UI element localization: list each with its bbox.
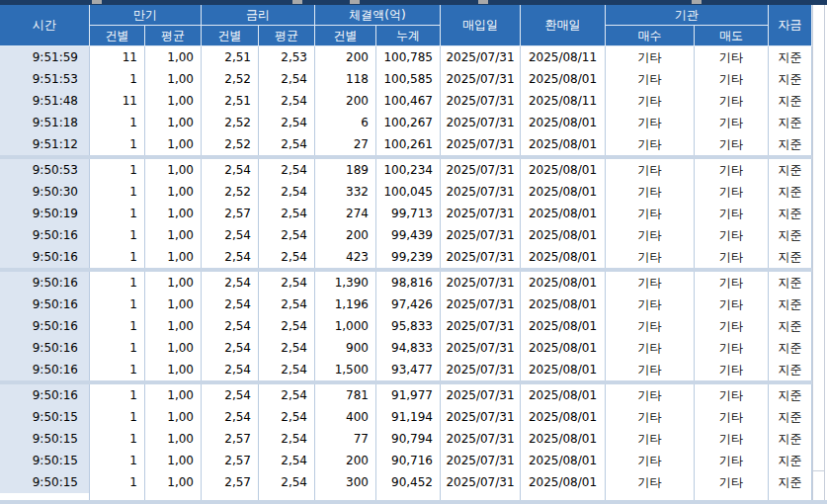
time-cell: 9:50:16 — [0, 224, 90, 246]
amount-count-cell: 1,000 — [315, 315, 376, 337]
repurchase-date-cell: 2025/08/11 — [521, 46, 606, 68]
amount-cumulative-cell: 100,267 — [376, 112, 441, 133]
rate-count-cell: 2,52 — [202, 133, 259, 155]
time-cell: 9:50:15 — [0, 471, 90, 493]
table-row[interactable]: 9:50:1511,002,572,5420090,7162025/07/312… — [0, 450, 812, 471]
institution-buy-cell: 기타 — [606, 428, 695, 450]
table-row[interactable]: 9:50:1611,002,542,541,50093,4772025/07/3… — [0, 359, 812, 380]
rate-avg-cell: 2,54 — [259, 337, 315, 359]
table-row[interactable]: 9:51:5311,002,522,54118100,5852025/07/31… — [0, 68, 812, 90]
amount-cumulative-cell: 100,785 — [376, 46, 441, 68]
time-cell: 9:50:53 — [0, 159, 90, 181]
institution-buy-cell: 기타 — [606, 294, 695, 315]
institution-sell-cell: 기타 — [695, 181, 769, 203]
col-subheader-rate-count: 건별 — [202, 26, 259, 46]
maturity-count-cell: 1 — [90, 315, 145, 337]
partial-row-cell — [259, 493, 315, 500]
maturity-count-cell: 1 — [90, 428, 145, 450]
table-row[interactable]: 9:50:1611,002,542,541,00095,8332025/07/3… — [0, 315, 812, 337]
purchase-date-cell: 2025/07/31 — [441, 315, 521, 337]
repurchase-date-cell: 2025/08/01 — [521, 159, 606, 181]
repurchase-date-cell: 2025/08/01 — [521, 337, 606, 359]
partial-row-cell — [441, 493, 521, 500]
institution-sell-cell: 기타 — [695, 112, 769, 133]
partial-row-cell — [695, 493, 769, 500]
maturity-avg-cell: 1,00 — [145, 46, 202, 68]
purchase-date-cell: 2025/07/31 — [441, 224, 521, 246]
repurchase-date-cell: 2025/08/01 — [521, 246, 606, 268]
table-row[interactable]: 9:51:1811,002,522,546100,2672025/07/3120… — [0, 112, 812, 133]
rate-count-cell: 2,52 — [202, 112, 259, 133]
maturity-count-cell: 1 — [90, 133, 145, 155]
time-cell: 9:50:15 — [0, 428, 90, 450]
purchase-date-cell: 2025/07/31 — [441, 46, 521, 68]
table-row[interactable]: 9:50:3011,002,522,54332100,0452025/07/31… — [0, 181, 812, 203]
fund-cell: 지준 — [769, 224, 812, 246]
table-row[interactable]: 9:51:1211,002,522,5427100,2612025/07/312… — [0, 133, 812, 155]
maturity-count-cell: 1 — [90, 384, 145, 406]
table-row[interactable]: 9:50:1511,002,572,5430090,4522025/07/312… — [0, 471, 812, 493]
amount-cumulative-cell: 91,977 — [376, 384, 441, 406]
amount-count-cell: 6 — [315, 112, 376, 133]
partial-row-cell — [90, 493, 145, 500]
institution-sell-cell: 기타 — [695, 294, 769, 315]
vertical-scrollbar[interactable] — [812, 5, 827, 504]
table-row[interactable]: 9:50:1511,002,572,547790,7942025/07/3120… — [0, 428, 812, 450]
maturity-avg-cell: 1,00 — [145, 68, 202, 90]
maturity-avg-cell: 1,00 — [145, 337, 202, 359]
trade-table: 시간 만기 금리 체결액(억) 매입일 환매일 기관 자금 건별 평균 건별 평… — [0, 5, 812, 500]
table-row[interactable]: 9:50:1611,002,542,5478191,9772025/07/312… — [0, 384, 812, 406]
fund-cell: 지준 — [769, 203, 812, 224]
rate-avg-cell: 2,54 — [259, 384, 315, 406]
table-row[interactable]: 9:51:48111,002,512,54200100,4672025/07/3… — [0, 90, 812, 112]
maturity-count-cell: 1 — [90, 159, 145, 181]
amount-count-cell: 1,196 — [315, 294, 376, 315]
rate-avg-cell: 2,54 — [259, 359, 315, 380]
table-row[interactable]: 9:50:1611,002,542,541,39098,8162025/07/3… — [0, 272, 812, 294]
rate-avg-cell: 2,54 — [259, 90, 315, 112]
maturity-avg-cell: 1,00 — [145, 294, 202, 315]
fund-cell: 지준 — [769, 133, 812, 155]
col-group-maturity: 만기 — [90, 5, 202, 26]
institution-buy-cell: 기타 — [606, 68, 695, 90]
table-row[interactable]: 9:50:1611,002,542,5420099,4392025/07/312… — [0, 224, 812, 246]
table-row[interactable]: 9:50:1611,002,542,5490094,8332025/07/312… — [0, 337, 812, 359]
purchase-date-cell: 2025/07/31 — [441, 337, 521, 359]
table-row[interactable]: 9:50:1911,002,572,5427499,7132025/07/312… — [0, 203, 812, 224]
rate-avg-cell: 2,54 — [259, 133, 315, 155]
col-header-time: 시간 — [0, 5, 90, 46]
institution-buy-cell: 기타 — [606, 224, 695, 246]
fund-cell: 지준 — [769, 406, 812, 428]
rate-count-cell: 2,57 — [202, 203, 259, 224]
amount-count-cell: 274 — [315, 203, 376, 224]
top-panel-border — [0, 0, 827, 5]
partial-row-cell — [769, 493, 812, 500]
maturity-count-cell: 1 — [90, 246, 145, 268]
amount-count-cell: 1,500 — [315, 359, 376, 380]
purchase-date-cell: 2025/07/31 — [441, 246, 521, 268]
rate-count-cell: 2,57 — [202, 471, 259, 493]
time-cell: 9:50:15 — [0, 406, 90, 428]
fund-cell: 지준 — [769, 159, 812, 181]
col-subheader-amount-count: 건별 — [315, 26, 376, 46]
amount-count-cell: 332 — [315, 181, 376, 203]
repurchase-date-cell: 2025/08/11 — [521, 90, 606, 112]
purchase-date-cell: 2025/07/31 — [441, 450, 521, 471]
col-header-repurchase-date: 환매일 — [521, 5, 606, 46]
repurchase-date-cell: 2025/08/01 — [521, 203, 606, 224]
table-row[interactable]: 9:51:59111,002,512,53200100,7852025/07/3… — [0, 46, 812, 68]
maturity-count-cell: 1 — [90, 337, 145, 359]
purchase-date-cell: 2025/07/31 — [441, 68, 521, 90]
repurchase-date-cell: 2025/08/01 — [521, 272, 606, 294]
institution-sell-cell: 기타 — [695, 224, 769, 246]
partial-row-cell — [376, 493, 441, 500]
maturity-avg-cell: 1,00 — [145, 246, 202, 268]
rate-count-cell: 2,51 — [202, 90, 259, 112]
table-row[interactable]: 9:50:1611,002,542,541,19697,4262025/07/3… — [0, 294, 812, 315]
table-row[interactable]: 9:50:1511,002,542,5440091,1942025/07/312… — [0, 406, 812, 428]
table-row[interactable]: 9:50:1611,002,542,5442399,2392025/07/312… — [0, 246, 812, 268]
repurchase-date-cell: 2025/08/01 — [521, 428, 606, 450]
maturity-count-cell: 1 — [90, 406, 145, 428]
table-row[interactable]: 9:50:5311,002,542,54189100,2342025/07/31… — [0, 159, 812, 181]
institution-sell-cell: 기타 — [695, 272, 769, 294]
